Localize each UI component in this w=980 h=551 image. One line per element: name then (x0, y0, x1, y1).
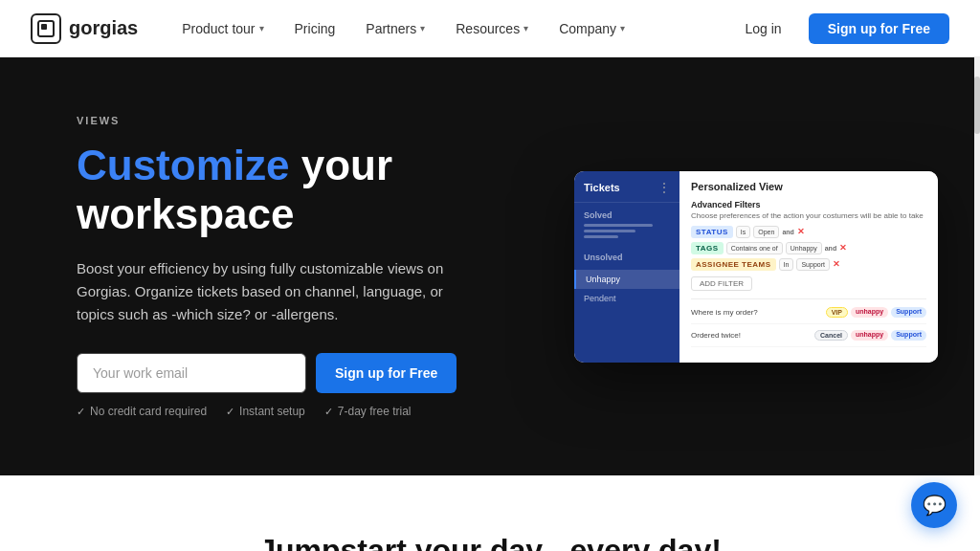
chat-bubble-button[interactable]: 💬 (911, 482, 957, 528)
logo-icon (31, 13, 61, 44)
lower-title: Jumpstart your day - every day! (258, 533, 722, 551)
add-filter-button[interactable]: ADD FILTER (691, 276, 752, 291)
badge-instant-setup: ✓ Instant setup (226, 405, 305, 418)
vip-tag: VIP (826, 307, 848, 318)
nav-resources[interactable]: Resources ▾ (442, 13, 542, 44)
hero-description: Boost your efficiency by using fully cus… (77, 257, 459, 326)
advanced-filters-label: Advanced Filters (691, 200, 926, 209)
result-1-label: Where is my order? (691, 308, 758, 317)
pendent-item[interactable]: Pendent (574, 289, 679, 308)
hero-section-label: VIEWS (77, 115, 536, 126)
nav-product-tour[interactable]: Product tour ▾ (168, 13, 277, 44)
hero-title-blue: Customize (77, 142, 289, 188)
hero-section: VIEWS Customize yourworkspace Boost your… (0, 57, 980, 475)
mockup-tickets-header: Tickets ⋮ (574, 171, 679, 203)
unsolved-label: Unsolved (584, 253, 670, 262)
result-2-tags: Cancel unhappy Support (814, 330, 926, 341)
tags-filter-row: TAGS Contains one of Unhappy and ✕ (691, 242, 926, 254)
scrollbar-thumb[interactable] (974, 77, 980, 134)
solved-section: Solved (574, 203, 679, 245)
nav-pricing[interactable]: Pricing (281, 13, 349, 44)
teams-tag: ASSIGNEE TEAMS (691, 258, 776, 271)
login-button[interactable]: Log in (730, 13, 797, 44)
chevron-down-icon: ▾ (620, 23, 625, 33)
support-select[interactable]: Support (796, 258, 830, 271)
hero-badges: ✓ No credit card required ✓ Instant setu… (77, 405, 536, 418)
result-1-tags: VIP unhappy Support (826, 307, 926, 318)
remove-status-filter[interactable]: ✕ (797, 227, 805, 236)
support-tag-2: Support (891, 330, 926, 341)
badge-no-credit: ✓ No credit card required (77, 405, 207, 418)
chevron-down-icon: ▾ (259, 23, 264, 33)
nav-partners[interactable]: Partners ▾ (352, 13, 438, 44)
and-label-2: and (825, 245, 836, 252)
svg-rect-1 (41, 24, 47, 30)
cancel-tag: Cancel (814, 330, 848, 341)
logo[interactable]: gorgias (31, 13, 138, 44)
remove-tags-filter[interactable]: ✕ (839, 243, 847, 253)
mockup-right-panel: Personalized View Advanced Filters Choos… (679, 171, 938, 363)
hero-signup-button[interactable]: Sign up for Free (316, 353, 457, 393)
hero-content: VIEWS Customize yourworkspace Boost your… (77, 115, 536, 418)
solved-bar (584, 224, 653, 227)
teams-filter-row: ASSIGNEE TEAMS In Support ✕ (691, 258, 926, 271)
unhappy-select[interactable]: Unhappy (786, 242, 822, 254)
tags-tag: TAGS (691, 242, 724, 254)
support-tag-1: Support (891, 307, 926, 318)
lower-section: Jumpstart your day - every day! (0, 475, 980, 551)
remove-teams-filter[interactable]: ✕ (833, 259, 840, 269)
filter-description: Choose preferences of the action your co… (691, 211, 926, 220)
result-section: Where is my order? VIP unhappy Support O… (691, 298, 926, 347)
chat-icon: 💬 (923, 494, 947, 517)
badge-free-trial: ✓ 7-day free trial (324, 405, 412, 418)
result-2-label: Ordered twice! (691, 331, 741, 340)
and-label-1: and (782, 229, 793, 235)
contains-select[interactable]: Contains one of (726, 242, 783, 254)
scrollbar-track[interactable] (974, 57, 980, 475)
solved-bar-2 (584, 230, 635, 232)
unhappy-item[interactable]: Unhappy (574, 270, 679, 289)
is-select[interactable]: Is (736, 226, 750, 238)
nav-actions: Log in Sign up for Free (730, 13, 950, 44)
more-options-icon[interactable]: ⋮ (658, 181, 670, 194)
hero-form: Sign up for Free (77, 353, 536, 393)
personalized-view-title: Personalized View (691, 181, 926, 192)
unsolved-section: Unsolved (574, 245, 679, 270)
solved-label: Solved (584, 210, 670, 220)
open-select[interactable]: Open (753, 226, 779, 238)
email-input[interactable] (77, 353, 306, 393)
in-select[interactable]: In (779, 258, 794, 271)
unhappy-tag-1: unhappy (851, 307, 888, 318)
result-row-2: Ordered twice! Cancel unhappy Support (691, 330, 926, 347)
check-icon: ✓ (324, 406, 333, 418)
nav-company[interactable]: Company ▾ (546, 13, 638, 44)
chevron-down-icon: ▾ (420, 23, 425, 33)
mockup-left-panel: Tickets ⋮ Solved Unsolved Unhappy Penden… (574, 171, 679, 363)
solved-bar-3 (584, 235, 618, 238)
nav-signup-button[interactable]: Sign up for Free (809, 13, 949, 44)
result-row-1: Where is my order? VIP unhappy Support (691, 307, 926, 324)
logo-text: gorgias (69, 17, 138, 39)
nav-links: Product tour ▾ Pricing Partners ▾ Resour… (168, 13, 729, 44)
status-tag: STATUS (691, 226, 733, 238)
status-filter-row: STATUS Is Open and ✕ (691, 226, 926, 238)
tickets-title: Tickets (584, 182, 620, 193)
mockup-window: Tickets ⋮ Solved Unsolved Unhappy Penden… (574, 171, 938, 363)
check-icon: ✓ (77, 406, 85, 418)
chevron-down-icon: ▾ (523, 23, 528, 33)
navbar: gorgias Product tour ▾ Pricing Partners … (0, 0, 980, 57)
unhappy-tag-2: unhappy (851, 330, 888, 341)
filter-section: Advanced Filters Choose preferences of t… (691, 200, 926, 291)
hero-mockup: Tickets ⋮ Solved Unsolved Unhappy Penden… (536, 171, 938, 363)
check-icon: ✓ (226, 406, 234, 418)
hero-title: Customize yourworkspace (77, 142, 536, 238)
